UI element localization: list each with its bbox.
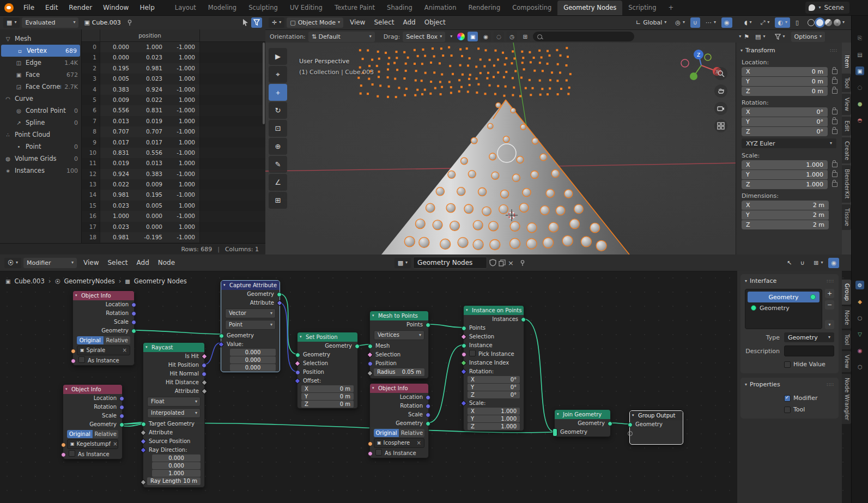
icosphere-instance[interactable]: [519, 203, 529, 213]
icosphere-instance[interactable]: [473, 220, 483, 230]
display-dropdown[interactable]: ▤▾: [752, 32, 768, 42]
lock-icon[interactable]: [832, 182, 837, 187]
icosphere-instance[interactable]: [541, 206, 550, 215]
point-instance[interactable]: [439, 62, 441, 64]
point-instance[interactable]: [549, 79, 551, 81]
icosphere-instance[interactable]: [415, 219, 425, 229]
node-tree-name-input[interactable]: Geometry Nodes: [413, 257, 487, 269]
point-instance[interactable]: [513, 87, 515, 89]
point-instance[interactable]: [452, 73, 454, 75]
button-relative[interactable]: Relative: [104, 336, 131, 344]
active-tab-object-icon[interactable]: ▣: [855, 66, 864, 75]
socket-vec[interactable]: [295, 370, 300, 375]
lock-icon[interactable]: [832, 162, 837, 167]
lock-icon[interactable]: [832, 110, 837, 114]
orientation-dropdown[interactable]: ⇅ Default▾: [308, 32, 375, 42]
node-link[interactable]: [428, 345, 463, 423]
bookmark-icon[interactable]: ⚑: [744, 34, 749, 40]
point-instance[interactable]: [489, 59, 491, 61]
lock-icon[interactable]: [832, 129, 837, 134]
icosphere-instance[interactable]: [570, 219, 580, 229]
point-instance[interactable]: [557, 63, 559, 65]
point-instance[interactable]: [539, 62, 541, 64]
icosphere-instance[interactable]: [446, 203, 456, 213]
socket-empty[interactable]: [628, 431, 633, 436]
vector-component-field[interactable]: 0.000: [230, 356, 276, 363]
point-instance[interactable]: [403, 77, 405, 80]
point-instance[interactable]: [398, 87, 400, 89]
icosphere-instance[interactable]: [574, 204, 584, 214]
transform-tool[interactable]: ⊕: [269, 138, 287, 155]
scene-selector[interactable]: ▾ Scene: [805, 2, 849, 14]
point-instance[interactable]: [503, 95, 506, 97]
sidebar-tab-edit[interactable]: Edit: [842, 117, 851, 135]
collapse-icon[interactable]: ▾: [739, 34, 741, 39]
point-instance[interactable]: [485, 49, 487, 51]
icosphere-instance[interactable]: [404, 237, 415, 247]
menu-help[interactable]: Help: [134, 0, 160, 15]
gizmo-y-axis[interactable]: [690, 72, 697, 80]
button-original[interactable]: Original: [374, 429, 399, 437]
icosphere-instance[interactable]: [488, 123, 493, 129]
node-header[interactable]: Group Output▾: [630, 411, 683, 420]
node-dropdown-interpolated[interactable]: Interpolated▾: [147, 408, 201, 418]
socket-geo[interactable]: [355, 344, 360, 349]
point-instance[interactable]: [547, 93, 549, 95]
point-instance[interactable]: [387, 96, 389, 98]
point-instance[interactable]: [415, 80, 417, 82]
checkbox[interactable]: [69, 450, 75, 457]
point-instance[interactable]: [357, 77, 360, 79]
point-instance[interactable]: [371, 59, 373, 61]
scale-y-field[interactable]: Y1.000: [742, 170, 828, 179]
point-instance[interactable]: [466, 47, 468, 50]
dimensions-x-field[interactable]: X2 m: [742, 201, 829, 210]
overlays-toggle[interactable]: ◐▾: [775, 17, 790, 28]
evaluated-dropdown[interactable]: Evaluated▾: [22, 17, 78, 28]
point-instance[interactable]: [359, 49, 361, 51]
point-instance[interactable]: [415, 70, 417, 72]
lock-icon[interactable]: [832, 69, 837, 74]
clear-icon[interactable]: ×: [123, 346, 127, 355]
collapse-icon[interactable]: ▾: [145, 343, 148, 352]
scale-z-field[interactable]: Z1.000: [742, 180, 828, 189]
point-instance[interactable]: [557, 93, 559, 95]
domain-face-corner[interactable]: ◲Face Corner2.7K: [0, 81, 81, 93]
point-instance[interactable]: [368, 78, 370, 80]
point-instance[interactable]: [450, 86, 452, 88]
collapse-icon[interactable]: ▾: [466, 306, 468, 315]
point-instance[interactable]: [461, 55, 463, 57]
node-header[interactable]: Capture Attribute▾: [221, 281, 280, 290]
clear-icon[interactable]: ×: [417, 439, 421, 447]
socket-geo[interactable]: [141, 422, 146, 427]
point-instance[interactable]: [430, 62, 432, 64]
socket-vec[interactable]: [426, 404, 430, 409]
point-instance[interactable]: [403, 51, 405, 53]
object-field[interactable]: ▣Icosphere×: [374, 438, 424, 448]
icosphere-instance[interactable]: [526, 239, 537, 249]
options-button[interactable]: Options▾: [791, 32, 825, 42]
point-instance[interactable]: [503, 76, 505, 78]
socket-geo[interactable]: [462, 326, 466, 331]
mode-icon-3[interactable]: ◷: [507, 32, 517, 41]
node-mode-dropdown[interactable]: Modifier▾: [23, 258, 77, 268]
icosphere-instance[interactable]: [543, 238, 554, 248]
point-instance[interactable]: [449, 65, 451, 67]
viewport-menu-view[interactable]: View: [345, 19, 369, 26]
point-instance[interactable]: [560, 88, 562, 90]
point-instance[interactable]: [505, 71, 507, 73]
point-instance[interactable]: [467, 90, 469, 93]
workspace-tab-texture-paint[interactable]: Texture Paint: [329, 1, 381, 15]
axis-field-y[interactable]: Y1.000: [468, 415, 520, 422]
node-set-position[interactable]: Set Position▾GeometryGeometrySelectionPo…: [297, 332, 358, 409]
axis-field-x[interactable]: X0°: [468, 376, 520, 383]
pin-icon[interactable]: [519, 259, 526, 266]
point-instance[interactable]: [422, 49, 424, 51]
domain-point-cloud[interactable]: ∴Point Cloud: [0, 129, 81, 141]
icosphere-instance[interactable]: [549, 222, 559, 232]
workspace-tab-modeling[interactable]: Modeling: [202, 1, 242, 15]
node-header[interactable]: Object Info▾: [73, 291, 134, 300]
socket-bool[interactable]: [368, 451, 373, 456]
point-instance[interactable]: [385, 52, 387, 54]
socket-geo[interactable]: [426, 323, 430, 328]
description-input[interactable]: [784, 346, 834, 356]
